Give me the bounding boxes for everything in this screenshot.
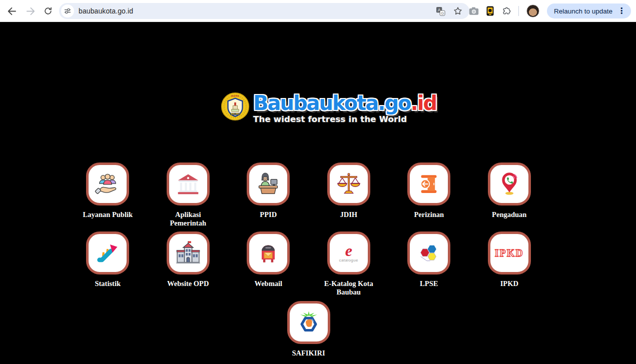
reload-icon — [44, 6, 53, 16]
tile-frame — [247, 162, 290, 206]
tile-jdih[interactable]: JDIH — [309, 162, 389, 228]
baubau-city-crest-icon: KOTA BAU-BAU — [221, 92, 250, 121]
reload-button[interactable] — [42, 5, 54, 17]
government-building-icon — [175, 171, 201, 197]
tile-e-katalog[interactable]: e catalogue E-Katalog Kota Baubau — [309, 232, 389, 296]
back-button[interactable] — [5, 5, 17, 17]
tile-statistik[interactable]: Statistik — [68, 232, 148, 296]
tile-label: Layanan Publik — [83, 210, 133, 219]
emblem-top-text: KOTA — [231, 94, 240, 98]
e-catalogue-caption: catalogue — [339, 258, 358, 262]
toolbar-divider — [518, 6, 519, 16]
site-title-suffix: .id — [411, 92, 437, 114]
site-settings-button[interactable] — [61, 4, 74, 18]
tile-label: Aplikasi Pemerintah — [158, 210, 219, 228]
tile-aplikasi-pemerintah[interactable]: Aplikasi Pemerintah — [148, 162, 229, 228]
tile-frame — [287, 301, 330, 344]
tile-pengaduan[interactable]: Pengaduan — [469, 162, 550, 228]
camera-extension-icon[interactable] — [469, 7, 479, 16]
tile-frame: IPKD — [488, 232, 531, 274]
lpse-hexagons-icon — [416, 240, 441, 266]
tile-row-1: Layanan Publik Aplikasi Pemerintah — [68, 162, 549, 228]
tile-frame — [167, 162, 210, 206]
tile-frame — [167, 232, 210, 274]
site-logo: KOTA BAU-BAU Baubaukota.go.id The widest… — [221, 92, 436, 124]
tile-row-3: SAFIKIRI — [68, 301, 549, 358]
back-arrow-icon — [7, 6, 16, 16]
browser-toolbar: baubaukota.go.id A G — [0, 0, 636, 22]
tile-label: Pengaduan — [492, 210, 526, 219]
bookmark-star-icon[interactable] — [453, 6, 462, 16]
tile-layanan-publik[interactable]: Layanan Publik — [68, 162, 148, 228]
tile-label: SAFIKIRI — [292, 349, 325, 358]
relaunch-label: Relaunch to update — [554, 8, 612, 15]
tile-label: LPSE — [420, 280, 438, 288]
tile-frame — [86, 162, 129, 206]
mailbox-icon — [255, 240, 281, 266]
school-building-icon — [175, 240, 202, 266]
tile-frame — [247, 232, 290, 274]
justice-scales-icon — [336, 171, 362, 197]
tile-frame: e catalogue — [327, 232, 370, 274]
tile-lpse[interactable]: LPSE — [389, 232, 469, 296]
e-catalogue-icon: e catalogue — [339, 244, 358, 262]
site-title: Baubaukota.go.id — [253, 92, 436, 114]
forward-arrow-icon — [27, 6, 36, 16]
tile-label: Website OPD — [167, 280, 209, 288]
growth-arrow-icon — [95, 240, 121, 266]
site-title-primary: Baubaukota.go — [253, 92, 411, 114]
tile-label: IPKD — [500, 280, 518, 288]
tile-frame — [86, 232, 129, 274]
safikiri-logo-icon — [295, 309, 322, 336]
tile-label: PPID — [260, 210, 277, 219]
tile-frame — [407, 162, 450, 206]
tile-frame — [488, 162, 531, 206]
tile-frame — [407, 232, 450, 274]
door-access-icon — [416, 171, 442, 197]
svg-text:G: G — [441, 10, 444, 15]
baubaukota-portal-page: KOTA BAU-BAU Baubaukota.go.id The widest… — [0, 22, 636, 364]
tile-ipkd[interactable]: IPKD IPKD — [469, 232, 550, 296]
call-location-pin-icon — [496, 171, 522, 197]
e-catalogue-letter: e — [345, 244, 352, 258]
emblem-banner-text: BAU-BAU — [231, 113, 240, 115]
extensions-puzzle-icon[interactable] — [501, 6, 511, 16]
ipkd-wordmark-icon: IPKD — [495, 248, 524, 259]
site-settings-tune-icon — [64, 8, 71, 14]
more-menu-dots-icon[interactable]: ⋮ — [616, 7, 627, 15]
tile-webmail[interactable]: Webmail — [228, 232, 309, 296]
phone-extension-icon[interactable] — [486, 6, 494, 16]
tile-ppid[interactable]: PPID — [228, 162, 309, 228]
url-text[interactable]: baubaukota.go.id — [79, 7, 133, 15]
translate-icon[interactable]: A G — [436, 6, 445, 16]
tile-label: Statistik — [95, 280, 121, 288]
profile-avatar[interactable] — [526, 4, 539, 18]
tile-perizinan[interactable]: Perizinan — [389, 162, 469, 228]
information-desk-icon — [255, 170, 282, 198]
address-bar[interactable]: baubaukota.go.id A G — [59, 3, 469, 19]
tile-label: Webmail — [254, 280, 282, 288]
tile-label: E-Katalog Kota Baubau — [318, 280, 379, 296]
relaunch-to-update-button[interactable]: Relaunch to update ⋮ — [547, 4, 631, 18]
tile-safikiri[interactable]: SAFIKIRI — [268, 301, 349, 358]
tile-website-opd[interactable]: Website OPD — [148, 232, 229, 296]
site-tagline: The widest fortress in the World — [253, 114, 436, 124]
people-in-hand-icon — [95, 171, 121, 197]
tile-row-2: Statistik — [68, 232, 549, 296]
tile-label: Perizinan — [414, 210, 444, 219]
forward-button[interactable] — [25, 5, 37, 17]
tile-label: JDIH — [340, 210, 357, 219]
tile-frame — [327, 162, 370, 206]
